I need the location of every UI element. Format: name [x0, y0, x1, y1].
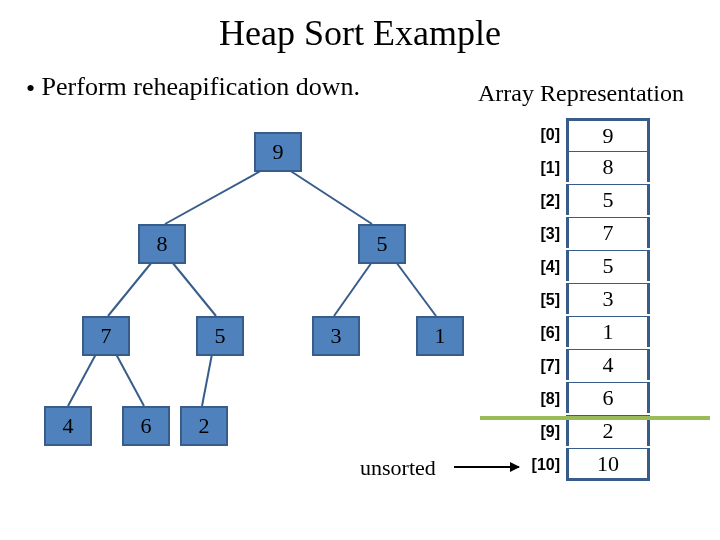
tree-node-lll: 4 — [44, 406, 92, 446]
array-cell: 10 — [566, 448, 650, 481]
page-title: Heap Sort Example — [0, 12, 720, 54]
array-index: [0] — [520, 118, 560, 151]
tree-node-llr: 6 — [122, 406, 170, 446]
bullet-text: Perform reheapification down. — [42, 72, 360, 101]
array-title: Array Representation — [478, 80, 684, 107]
svg-line-6 — [68, 354, 96, 406]
tree-node-lrl: 2 — [180, 406, 228, 446]
array-index: [2] — [520, 184, 560, 217]
svg-line-7 — [116, 354, 144, 406]
array-table: [0]9 [1]8 [2]5 [3]7 [4]5 [5]3 [6]1 [7]4 … — [520, 118, 650, 481]
arrow-right-icon — [454, 466, 519, 468]
tree-node-ll: 7 — [82, 316, 130, 356]
svg-line-4 — [334, 262, 372, 316]
array-cell: 8 — [566, 151, 650, 182]
array-index: [6] — [520, 316, 560, 349]
array-index: [5] — [520, 283, 560, 316]
tree-node-r: 5 — [358, 224, 406, 264]
tree-node-lr: 5 — [196, 316, 244, 356]
svg-line-1 — [286, 168, 372, 224]
svg-line-3 — [172, 262, 216, 316]
array-index: [7] — [520, 349, 560, 382]
array-cell: 4 — [566, 349, 650, 380]
svg-line-2 — [108, 262, 152, 316]
tree-node-rl: 3 — [312, 316, 360, 356]
svg-line-5 — [396, 262, 436, 316]
bullet-dot-icon: • — [26, 74, 35, 104]
tree-node-l: 8 — [138, 224, 186, 264]
tree-node-root: 9 — [254, 132, 302, 172]
array-cell: 9 — [566, 118, 650, 151]
array-cell: 5 — [566, 250, 650, 281]
unsorted-label: unsorted — [360, 455, 436, 481]
array-index: [8] — [520, 382, 560, 415]
unsorted-divider — [480, 416, 710, 420]
svg-line-0 — [165, 168, 266, 224]
array-cell: 3 — [566, 283, 650, 314]
array-index: [1] — [520, 151, 560, 184]
array-cell: 1 — [566, 316, 650, 347]
array-index: [3] — [520, 217, 560, 250]
array-cell: 6 — [566, 382, 650, 413]
array-index: [10] — [520, 448, 560, 481]
array-cell: 5 — [566, 184, 650, 215]
array-cell: 7 — [566, 217, 650, 248]
svg-line-8 — [202, 354, 212, 406]
array-index: [4] — [520, 250, 560, 283]
tree-node-rr: 1 — [416, 316, 464, 356]
